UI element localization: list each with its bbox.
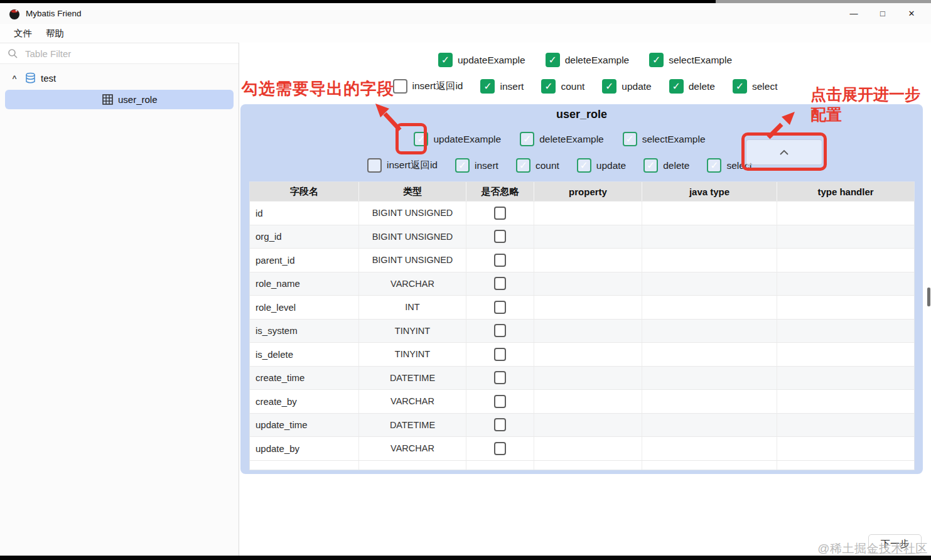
type-handler-cell[interactable] <box>777 249 914 272</box>
checked-checkbox[interactable]: ✓ <box>455 158 470 173</box>
checkbox-label: select <box>752 81 778 92</box>
type-handler-cell[interactable] <box>777 390 914 413</box>
checkbox-item-insert[interactable]: ✓insert <box>480 79 524 94</box>
checked-checkbox[interactable]: ✓ <box>733 79 747 94</box>
sidebar: Table Filter ^ test user_role <box>0 43 239 556</box>
checkbox-item-select[interactable]: ✓select <box>733 79 778 94</box>
type-handler-cell[interactable] <box>777 343 914 366</box>
maximize-button[interactable]: □ <box>868 3 897 24</box>
type-handler-cell[interactable] <box>777 202 914 225</box>
java-type-cell[interactable] <box>642 343 777 366</box>
unchecked-checkbox[interactable] <box>494 348 506 361</box>
java-type-cell[interactable] <box>642 296 777 319</box>
type-handler-cell[interactable] <box>777 296 914 319</box>
expand-config-button[interactable] <box>746 139 822 165</box>
scrollbar-thumb[interactable] <box>927 288 930 306</box>
checked-checkbox[interactable]: ✓ <box>480 79 495 94</box>
menu-help[interactable]: 帮助 <box>46 28 64 40</box>
java-type-cell[interactable] <box>642 414 777 437</box>
unchecked-checkbox[interactable] <box>494 371 506 384</box>
property-cell[interactable] <box>534 225 642 249</box>
annotation-expand-line1: 点击展开进一步 <box>810 84 920 105</box>
unchecked-checkbox[interactable] <box>494 277 506 290</box>
type-handler-cell[interactable] <box>777 272 914 296</box>
menu-file[interactable]: 文件 <box>14 28 32 40</box>
checked-checkbox[interactable]: ✓ <box>516 158 530 173</box>
property-cell[interactable] <box>534 390 642 413</box>
close-button[interactable]: ✕ <box>897 3 926 24</box>
checkbox-item-delete[interactable]: ✓delete <box>643 158 689 173</box>
checkbox-item-insert返回id[interactable]: insert返回id <box>393 79 463 94</box>
unchecked-checkbox[interactable] <box>494 418 506 431</box>
checked-checkbox[interactable]: ✓ <box>643 158 658 173</box>
property-cell[interactable] <box>534 367 642 390</box>
checkbox-item-count[interactable]: ✓count <box>516 158 559 173</box>
checked-checkbox[interactable]: ✓ <box>577 158 591 173</box>
checked-checkbox[interactable]: ✓ <box>414 132 428 146</box>
checkbox-item-count[interactable]: ✓count <box>541 79 584 94</box>
field-type-cell: BIGINT UNSIGNED <box>358 225 466 249</box>
checked-checkbox[interactable]: ✓ <box>623 132 637 146</box>
property-cell[interactable] <box>534 249 642 272</box>
checked-checkbox[interactable]: ✓ <box>602 79 616 94</box>
unchecked-checkbox[interactable] <box>494 442 506 455</box>
type-handler-cell[interactable] <box>777 414 914 437</box>
search-input[interactable]: Table Filter <box>25 48 71 59</box>
type-handler-cell[interactable] <box>777 225 914 249</box>
annotation-select-fields: 勾选需要导出的字段 <box>242 78 394 100</box>
checkbox-item-deleteExample[interactable]: ✓deleteExample <box>546 53 630 67</box>
unchecked-checkbox[interactable] <box>494 301 506 314</box>
window-title: Mybatis Friend <box>26 9 82 18</box>
java-type-cell[interactable] <box>642 390 777 413</box>
java-type-cell[interactable] <box>642 202 777 225</box>
minimize-button[interactable]: — <box>839 3 868 24</box>
field-type-cell: TINYINT <box>358 343 466 366</box>
property-cell[interactable] <box>534 343 642 366</box>
java-type-cell[interactable] <box>642 320 777 343</box>
unchecked-checkbox[interactable] <box>494 230 506 243</box>
tree-node-table-selected[interactable]: user_role <box>5 90 234 109</box>
checkbox-item-insert[interactable]: ✓insert <box>455 158 498 173</box>
tree-node-database[interactable]: ^ test <box>0 70 239 87</box>
checkbox-item-updateExample[interactable]: ✓updateExample <box>414 132 501 146</box>
java-type-cell[interactable] <box>642 272 777 296</box>
java-type-cell[interactable] <box>642 437 777 460</box>
java-type-cell[interactable] <box>642 367 777 390</box>
checked-checkbox[interactable]: ✓ <box>707 158 721 173</box>
property-cell[interactable] <box>534 272 642 296</box>
checked-checkbox[interactable]: ✓ <box>546 53 560 67</box>
type-handler-cell[interactable] <box>777 367 914 390</box>
type-handler-cell[interactable] <box>777 320 914 343</box>
checkbox-item-insert返回id[interactable]: insert返回id <box>367 158 438 173</box>
unchecked-checkbox[interactable] <box>367 158 382 173</box>
java-type-cell[interactable] <box>642 249 777 272</box>
unchecked-checkbox[interactable] <box>393 79 407 94</box>
property-cell[interactable] <box>534 296 642 319</box>
table-filter-row[interactable]: Table Filter <box>0 43 239 64</box>
app-icon <box>8 8 21 20</box>
property-cell[interactable] <box>534 202 642 225</box>
property-cell[interactable] <box>534 437 642 460</box>
java-type-cell[interactable] <box>642 225 777 249</box>
checkbox-item-update[interactable]: ✓update <box>602 79 651 94</box>
type-handler-cell[interactable] <box>777 437 914 460</box>
chevron-up-icon[interactable]: ^ <box>10 74 19 83</box>
unchecked-checkbox[interactable] <box>494 254 506 267</box>
unchecked-checkbox[interactable] <box>494 207 506 220</box>
checked-checkbox[interactable]: ✓ <box>520 132 534 146</box>
checked-checkbox[interactable]: ✓ <box>438 53 453 67</box>
checked-checkbox[interactable]: ✓ <box>649 53 664 67</box>
unchecked-checkbox[interactable] <box>494 324 506 337</box>
unchecked-checkbox[interactable] <box>494 395 506 408</box>
checkbox-item-delete[interactable]: ✓delete <box>669 79 715 94</box>
checkbox-item-selectExample[interactable]: ✓selectExample <box>649 53 732 67</box>
checkbox-item-updateExample[interactable]: ✓updateExample <box>438 53 525 67</box>
checked-checkbox[interactable]: ✓ <box>541 79 556 94</box>
property-cell[interactable] <box>534 320 642 343</box>
checked-checkbox[interactable]: ✓ <box>669 79 684 94</box>
checkbox-item-deleteExample[interactable]: ✓deleteExample <box>520 132 604 146</box>
property-cell[interactable] <box>534 414 642 437</box>
screen-edge-bottom <box>0 556 931 560</box>
checkbox-item-selectExample[interactable]: ✓selectExample <box>623 132 706 146</box>
checkbox-item-update[interactable]: ✓update <box>577 158 626 173</box>
